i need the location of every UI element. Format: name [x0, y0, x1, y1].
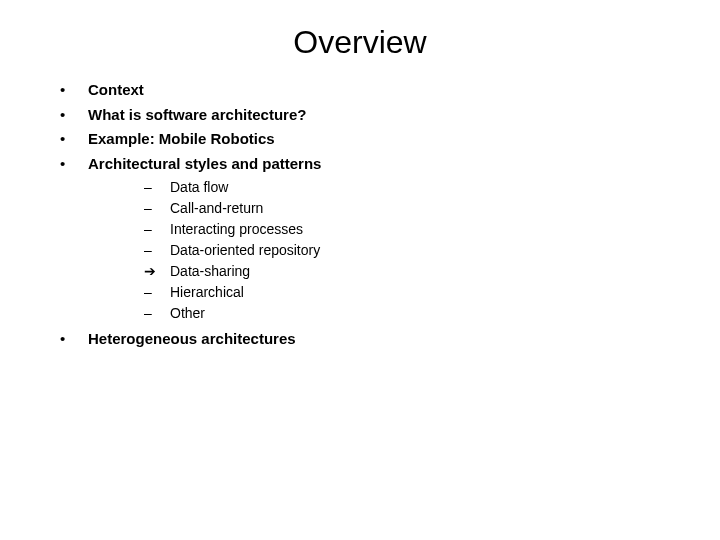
- list-item: – Call-and-return: [144, 198, 680, 219]
- bullet-icon: •: [60, 79, 88, 102]
- dash-icon: –: [144, 303, 170, 324]
- list-item-label: Hierarchical: [170, 282, 244, 303]
- list-item-label: Interacting processes: [170, 219, 303, 240]
- list-item: – Other: [144, 303, 680, 324]
- list-item-label: What is software architecture?: [88, 104, 306, 127]
- list-item-label: Data flow: [170, 177, 228, 198]
- dash-icon: –: [144, 282, 170, 303]
- list-item-label: Other: [170, 303, 205, 324]
- bullet-icon: •: [60, 153, 88, 176]
- dash-icon: –: [144, 219, 170, 240]
- slide: Overview • Context • What is software ar…: [0, 0, 720, 540]
- list-item-label: Heterogeneous architectures: [88, 328, 296, 351]
- list-item-label: Example: Mobile Robotics: [88, 128, 275, 151]
- bullet-list-level2: – Data flow – Call-and-return – Interact…: [60, 177, 680, 324]
- list-item: • Architectural styles and patterns: [60, 153, 680, 176]
- list-item: – Hierarchical: [144, 282, 680, 303]
- list-item: – Data flow: [144, 177, 680, 198]
- list-item-label: Context: [88, 79, 144, 102]
- list-item: • What is software architecture?: [60, 104, 680, 127]
- list-item: • Heterogeneous architectures: [60, 328, 680, 351]
- slide-title: Overview: [0, 0, 720, 79]
- bullet-list-level1: • Context • What is software architectur…: [60, 79, 680, 175]
- dash-icon: –: [144, 240, 170, 261]
- bullet-list-level1: • Heterogeneous architectures: [60, 328, 680, 351]
- bullet-icon: •: [60, 104, 88, 127]
- list-item-label: Data-sharing: [170, 261, 250, 282]
- bullet-icon: •: [60, 328, 88, 351]
- list-item: ➔ Data-sharing: [144, 261, 680, 282]
- slide-content: • Context • What is software architectur…: [0, 79, 720, 351]
- list-item: – Data-oriented repository: [144, 240, 680, 261]
- dash-icon: –: [144, 177, 170, 198]
- bullet-icon: •: [60, 128, 88, 151]
- dash-icon: –: [144, 198, 170, 219]
- arrow-right-icon: ➔: [144, 261, 170, 282]
- list-item: • Example: Mobile Robotics: [60, 128, 680, 151]
- list-item-label: Data-oriented repository: [170, 240, 320, 261]
- list-item-label: Architectural styles and patterns: [88, 153, 321, 176]
- list-item: • Context: [60, 79, 680, 102]
- list-item-label: Call-and-return: [170, 198, 263, 219]
- list-item: – Interacting processes: [144, 219, 680, 240]
